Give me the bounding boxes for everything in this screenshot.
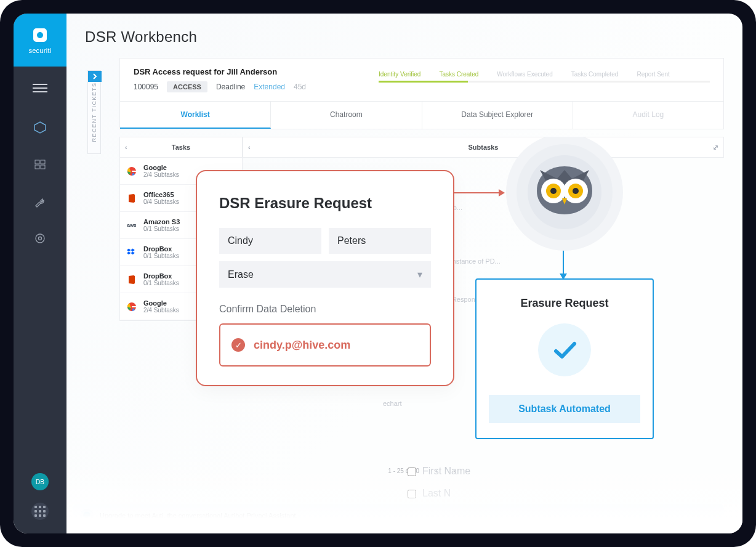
status-step: Tasks Created	[439, 71, 478, 78]
task-sub: 0/1 Subtasks	[143, 253, 179, 259]
success-check-icon	[538, 323, 591, 376]
tab-audit-log[interactable]: Audit Log	[573, 102, 723, 129]
task-sub: 2/4 Subtasks	[143, 171, 179, 178]
aws-icon: aws	[126, 220, 137, 231]
erasure-title: DSR Erasure Request	[219, 195, 431, 212]
deadline-label: Deadline	[216, 83, 245, 91]
svg-point-16	[550, 188, 557, 194]
svg-rect-6	[41, 165, 45, 169]
task-name: Amazon S3	[143, 218, 180, 225]
first-name-field[interactable]: Cindy	[219, 228, 321, 254]
svg-point-17	[573, 188, 579, 194]
office365-icon	[126, 274, 137, 285]
status-step: Tasks Completed	[571, 71, 619, 78]
result-title: Erasure Request	[489, 297, 640, 310]
recent-tickets-label: RECENT TICKETS	[91, 83, 97, 142]
svg-marker-2	[34, 122, 46, 133]
caret-down-icon: ▾	[417, 269, 422, 280]
erasure-request-card: DSR Erasure Request Cindy Peters Erase ▾…	[196, 170, 454, 386]
module-icon-1[interactable]	[32, 120, 48, 136]
ticket-type-pill: ACCESS	[167, 81, 207, 92]
gear-icon[interactable]	[32, 230, 48, 246]
task-sub: 0/1 Subtasks	[143, 280, 179, 286]
ticket-id: 100095	[134, 83, 158, 91]
task-sub: 0/4 Subtasks	[143, 198, 179, 205]
task-name: DropBox	[143, 245, 179, 253]
dropbox-icon	[126, 247, 137, 258]
settings-wrench-icon[interactable]	[32, 193, 48, 209]
erasure-result-card: Erasure Request Subtask Automated	[475, 278, 654, 439]
arrow-icon	[448, 192, 504, 193]
side-rail: securiti DB	[14, 14, 66, 533]
subtasks-column-header: ‹ Subtasks ⤢	[243, 137, 724, 158]
section-tabs: Worklist Chatroom Data Subject Explorer …	[119, 102, 724, 129]
status-step: Report Sent	[637, 71, 669, 78]
app-switcher-icon[interactable]	[31, 503, 49, 520]
action-select-value: Erase	[228, 269, 254, 280]
check-circle-icon: ✓	[231, 338, 245, 352]
ticket-header: DSR Access request for Jill Anderson 100…	[119, 58, 724, 102]
status-step: Identity Verified	[379, 71, 420, 78]
task-name: Google	[143, 164, 179, 171]
confirm-label: Confirm Data Deletion	[219, 304, 431, 315]
confirm-email-box[interactable]: ✓ cindy.p@hive.com	[219, 323, 431, 367]
tab-worklist[interactable]: Worklist	[120, 102, 271, 129]
svg-point-1	[37, 32, 43, 38]
google-icon	[126, 301, 137, 312]
user-avatar[interactable]: DB	[31, 473, 49, 490]
task-sub: 2/4 Subtasks	[143, 307, 179, 314]
chevron-left-icon[interactable]: ‹	[125, 144, 127, 151]
office365-icon	[126, 193, 137, 204]
task-name: Google	[143, 299, 179, 307]
confirm-email: cindy.p@hive.com	[254, 339, 350, 352]
svg-rect-4	[41, 160, 45, 164]
brand-logo[interactable]: securiti	[14, 14, 66, 67]
tab-chatroom[interactable]: Chatroom	[271, 102, 422, 129]
brand-name: securiti	[28, 47, 51, 54]
last-name-field[interactable]: Peters	[329, 228, 431, 254]
expand-icon[interactable]: ⤢	[713, 144, 718, 152]
svg-rect-3	[35, 160, 39, 164]
task-name: Office365	[143, 191, 179, 198]
svg-point-8	[39, 237, 42, 240]
svg-rect-5	[35, 165, 39, 169]
tab-data-subject-explorer[interactable]: Data Subject Explorer	[422, 102, 573, 129]
chevron-left-icon[interactable]: ‹	[248, 144, 251, 151]
task-name: DropBox	[143, 272, 179, 280]
module-icon-2[interactable]	[32, 156, 48, 172]
deadline-extended-link[interactable]: Extended	[254, 83, 285, 91]
chevron-right-icon[interactable]	[88, 71, 102, 82]
deadline-days: 45d	[294, 83, 306, 91]
status-step: Workflows Executed	[497, 71, 552, 78]
task-sub: 0/1 Subtasks	[143, 225, 180, 232]
page-title: DSR Workbench	[85, 28, 724, 46]
svg-point-7	[36, 234, 44, 243]
result-banner: Subtask Automated	[489, 395, 640, 423]
privaci-bot-owl	[500, 137, 629, 269]
action-select[interactable]: Erase ▾	[219, 261, 431, 288]
recent-tickets-strip[interactable]: RECENT TICKETS	[87, 70, 101, 154]
google-icon	[126, 166, 137, 177]
hamburger-icon[interactable]	[33, 81, 47, 95]
tasks-column-header: ‹ Tasks	[119, 137, 243, 158]
status-track: Identity Verified Tasks Created Workflow…	[379, 71, 710, 78]
